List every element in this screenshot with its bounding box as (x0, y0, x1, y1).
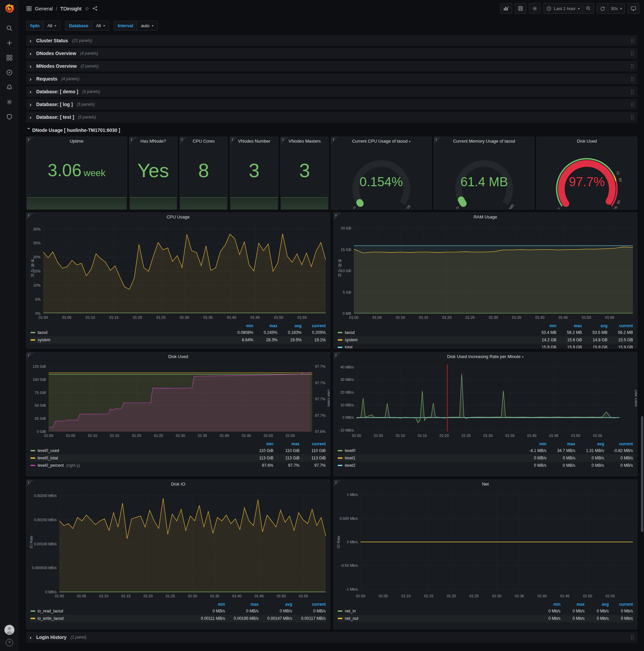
panel-info-corner[interactable] (27, 213, 34, 220)
row-drag-handle[interactable] (631, 51, 634, 56)
dashboard-settings-button[interactable] (529, 3, 541, 14)
svg-text:97.7%: 97.7% (315, 413, 325, 417)
panel-title[interactable]: RAM Usage (334, 213, 637, 221)
legend-series-taosd[interactable]: taosd (338, 330, 531, 335)
legend-series-level0_used[interactable]: level0_used (31, 448, 247, 453)
panel-title[interactable]: Uptime (27, 137, 127, 146)
legend-value: 97.6% (247, 463, 273, 468)
legend-series-taosd[interactable]: taosd (31, 330, 229, 335)
panel-info-corner[interactable] (180, 137, 187, 144)
explore-compass-icon[interactable] (3, 66, 16, 79)
panel-info-corner[interactable] (27, 352, 34, 360)
legend-series-system[interactable]: system (338, 338, 531, 342)
panel-title[interactable]: Disk Used (27, 352, 330, 361)
share-icon[interactable] (92, 6, 98, 11)
row-database-log[interactable]: ›Database: [ log ](5 panels) (26, 99, 637, 110)
legend-series-level0_total[interactable]: level0_total (31, 456, 247, 460)
series-color-swatch (338, 465, 343, 466)
breadcrumb-section[interactable]: General (35, 6, 53, 11)
panel-info-corner[interactable] (281, 137, 288, 144)
panel-info-corner[interactable] (27, 137, 34, 144)
panel-title[interactable]: Disk Used Increasing Rate per Minute▾ (334, 352, 637, 361)
star-icon[interactable]: ☆ (85, 5, 89, 12)
row-dnodes-overview[interactable]: ›DNodes Overview(4 panels) (26, 48, 637, 59)
row-drag-handle[interactable] (631, 89, 634, 94)
panel-title[interactable]: Net (334, 480, 637, 489)
disk-io-chart[interactable]: 01:0001:0501:1001:1501:2001:2501:3001:35… (27, 489, 330, 601)
svg-text:01:40: 01:40 (232, 594, 242, 598)
panel-title[interactable]: Current Memory Usage of taosd (434, 137, 534, 146)
zoom-out-button[interactable] (583, 3, 594, 14)
variable-database-label[interactable]: Database (65, 21, 93, 31)
chevron-right-icon: › (30, 102, 34, 107)
row-drag-handle[interactable] (631, 102, 634, 107)
variable-database-value[interactable]: All▾ (92, 21, 109, 31)
dashboards-icon[interactable] (3, 51, 16, 64)
variable-interval-value[interactable]: auto▾ (137, 21, 157, 31)
panel-title[interactable]: CPU Usage (27, 213, 330, 221)
legend-series-net_in[interactable]: net_in (338, 609, 536, 613)
row-mnodes-overview[interactable]: ›MNodes Overview(2 panels) (26, 61, 637, 71)
net-chart[interactable]: 01:0001:0501:1001:1501:2001:2501:3001:35… (334, 489, 637, 601)
legend-series-level1[interactable]: level1 (338, 456, 518, 460)
row-drag-handle[interactable] (631, 115, 634, 120)
legend-series-level2[interactable]: level2 (338, 463, 518, 468)
row-drag-handle[interactable] (631, 38, 634, 43)
grafana-logo[interactable] (4, 3, 15, 14)
row-database-test[interactable]: ›Database: [ test ](5 panels) (26, 112, 637, 122)
panel-title[interactable]: Disk IO (27, 480, 330, 489)
alerting-bell-icon[interactable] (3, 81, 16, 94)
cpu-usage-chart[interactable]: 01:0001:0501:1001:1501:2001:2501:3001:35… (27, 221, 330, 322)
svg-text:5%: 5% (35, 297, 40, 301)
panel-info-corner[interactable] (129, 137, 137, 144)
add-panel-button[interactable] (500, 3, 512, 14)
panel-info-corner[interactable] (27, 480, 34, 487)
variable-fqdn-value[interactable]: All▾ (43, 21, 60, 31)
legend-series-total[interactable]: total (338, 345, 531, 349)
legend-value: 56.2 MB (556, 330, 582, 335)
legend-series-net_out[interactable]: net_out (338, 616, 536, 621)
panel-info-corner[interactable] (434, 137, 442, 144)
time-range-picker[interactable]: Last 1 hour ▾ (543, 3, 583, 14)
panel-info-corner[interactable] (334, 213, 341, 220)
panel-info-corner[interactable] (331, 137, 339, 144)
svg-text:01:25: 01:25 (461, 434, 471, 438)
variable-interval-label[interactable]: Interval (114, 21, 137, 31)
save-dashboard-button[interactable] (515, 3, 526, 14)
panel-info-corner[interactable] (334, 352, 341, 360)
legend-series-level0_percent[interactable]: level0_percent(right-y) (31, 463, 247, 468)
disk-used-chart[interactable]: 01:0001:0501:1001:1501:2001:2501:3001:35… (27, 361, 330, 440)
panel-title[interactable]: Current CPU Usage of taosd▾ (331, 137, 431, 146)
legend-series-io_write_taosd[interactable]: io_write_taosd (31, 616, 192, 621)
row-drag-handle[interactable] (631, 64, 634, 69)
variable-fqdn-label[interactable]: fqdn (26, 21, 43, 31)
row-requests[interactable]: ›Requests(4 panels) (26, 73, 637, 84)
server-admin-shield-icon[interactable] (3, 110, 16, 123)
configuration-gear-icon[interactable] (3, 95, 16, 109)
panel-info-corner[interactable] (334, 480, 341, 487)
search-icon[interactable] (3, 22, 16, 35)
panel-info-corner[interactable] (230, 137, 237, 144)
row-login-history[interactable]: › Login History (1 panel) (26, 632, 637, 643)
breadcrumb-page-title[interactable]: TDinsight (60, 6, 82, 11)
row-database-demo[interactable]: ›Database: [ demo ](5 panels) (26, 86, 637, 97)
refresh-button[interactable] (597, 3, 608, 14)
row-drag-handle[interactable] (631, 635, 634, 640)
help-icon[interactable]: ? (6, 639, 13, 646)
kiosk-mode-button[interactable] (627, 3, 639, 14)
user-avatar[interactable] (4, 625, 14, 635)
row-drag-handle[interactable] (631, 76, 634, 82)
panel-title[interactable]: Disk Used (537, 137, 637, 146)
page-scrollbar-thumb[interactable] (641, 416, 643, 532)
refresh-interval-picker[interactable]: 30s ▾ (608, 3, 625, 14)
svg-text:01:30: 01:30 (188, 594, 197, 598)
legend-series-level0[interactable]: level0 (338, 448, 518, 453)
ram-usage-chart[interactable]: 01:0001:0501:1001:1501:2001:2501:3001:35… (334, 221, 637, 322)
row-cluster-status[interactable]: ›Cluster Status(21 panels) (26, 35, 637, 46)
legend-row-io_write_taosd: io_write_taosd0.00111 MB/s0.00195 MB/s0.… (30, 615, 326, 622)
legend-series-system[interactable]: system (31, 338, 229, 342)
row-dnode-usage[interactable]: › DNode Usage [ huolinhe-TM1701:6030 ] (26, 124, 637, 136)
legend-series-io_read_taosd[interactable]: io_read_taosd (31, 609, 192, 613)
disk-rate-chart[interactable]: 01:0001:0501:1001:1501:2001:2501:3001:35… (334, 361, 637, 440)
add-icon[interactable] (3, 36, 16, 50)
